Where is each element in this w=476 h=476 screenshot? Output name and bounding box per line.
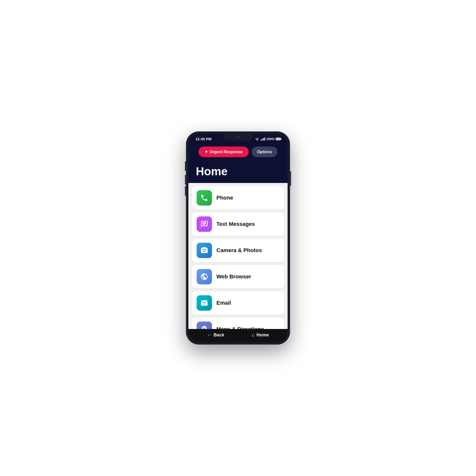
messages-label: Text Messages [216,221,255,227]
camera-app-icon [197,243,212,258]
page-title: Home [193,162,283,178]
menu-item-camera[interactable]: Camera & Photos [191,238,285,262]
options-button[interactable]: Options [252,147,277,157]
phone-screen: 12:45 PM 100% [188,134,288,342]
maps-label: Maps & Directions [216,326,264,329]
home-label: Home [256,332,269,338]
menu-item-phone[interactable]: Phone [191,186,285,210]
phone-notch [223,134,253,141]
phone-label: Phone [216,195,233,201]
options-label: Options [257,150,272,154]
messages-app-icon [197,216,212,232]
header-buttons: ✦ Urgent Response Options [193,147,283,157]
email-app-icon [197,295,212,311]
battery-icon [276,138,281,140]
status-icons: 100% [255,137,281,141]
bottom-nav: ← Back ⌂ Home [188,329,288,342]
camera-label: Camera & Photos [216,247,262,254]
app-content: ✦ Urgent Response Options Home [188,143,288,329]
menu-item-messages[interactable]: Text Messages [191,212,285,236]
wifi-icon [255,137,259,141]
menu-item-browser[interactable]: Web Browser [191,265,285,289]
menu-list: Phone Text Messages [188,183,288,329]
back-button[interactable]: ← Back [207,332,224,338]
back-arrow-icon: ← [207,332,212,338]
cellular-icon [261,137,265,141]
urgent-response-button[interactable]: ✦ Urgent Response [199,147,248,157]
browser-app-icon [197,269,212,284]
urgent-label: Urgent Response [210,150,242,154]
menu-item-email[interactable]: Email [191,291,285,315]
menu-item-maps[interactable]: Maps & Directions [191,317,285,329]
phone-device: 12:45 PM 100% [186,131,290,345]
header-area: ✦ Urgent Response Options Home [188,143,288,183]
back-label: Back [214,332,224,338]
star-icon: ✦ [205,149,208,154]
browser-label: Web Browser [216,273,251,280]
svg-point-0 [203,249,206,252]
phone-app-icon [197,190,212,206]
email-label: Email [216,300,231,306]
home-icon: ⌂ [252,332,255,338]
status-time: 12:45 PM [195,137,211,141]
home-button[interactable]: ⌂ Home [252,332,269,338]
battery-percent: 100% [266,137,274,141]
maps-app-icon [197,322,212,329]
